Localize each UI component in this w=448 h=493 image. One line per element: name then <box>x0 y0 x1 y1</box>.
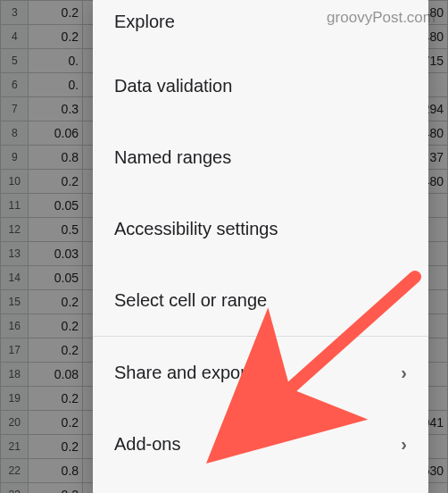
cell: 0.2 <box>29 338 83 363</box>
menu-item-explore[interactable]: Explore <box>93 0 428 50</box>
cell: 0.5 <box>29 218 83 242</box>
cell: 0.06 <box>29 121 83 146</box>
row-header: 23 <box>1 483 29 494</box>
row-header: 5 <box>1 49 29 73</box>
menu-item-label: Add-ons <box>114 434 181 455</box>
row-header: 9 <box>1 146 29 170</box>
menu-item-data-validation[interactable]: Data validation <box>93 50 428 121</box>
row-header: 22 <box>1 459 29 483</box>
row-header: 6 <box>1 73 29 97</box>
cell: 0.2 <box>29 314 83 338</box>
cell: 0.08 <box>29 363 83 387</box>
cell: 0.3 <box>29 97 83 121</box>
row-header: 18 <box>1 363 29 387</box>
row-header: 20 <box>1 411 29 435</box>
row-header: 19 <box>1 387 29 411</box>
menu-item-label: Select cell or range <box>114 290 267 311</box>
menu-item-accessibility-settings[interactable]: Accessibility settings <box>93 193 428 264</box>
cell: 0.2 <box>29 387 83 411</box>
row-header: 21 <box>1 435 29 459</box>
cell: 0.05 <box>29 266 83 290</box>
row-header: 17 <box>1 338 29 363</box>
cell: 0.2 <box>29 25 83 49</box>
cell: 0.2 <box>29 1 83 25</box>
menu-item-named-ranges[interactable]: Named ranges <box>93 121 428 193</box>
menu-item-add-ons[interactable]: Add-ons › <box>93 408 428 480</box>
chevron-right-icon: › <box>401 434 407 455</box>
cell: 0.03 <box>29 242 83 266</box>
menu-item-select-cell-or-range[interactable]: Select cell or range <box>93 264 428 336</box>
menu-item-share-and-export[interactable]: Share and export › <box>93 337 428 408</box>
cell: 0.2 <box>29 170 83 194</box>
row-header: 12 <box>1 218 29 242</box>
cell: 0. <box>29 73 83 97</box>
row-header: 8 <box>1 121 29 146</box>
menu-item-label: Explore <box>114 12 175 32</box>
cell: 0.8 <box>29 459 83 483</box>
overflow-menu-sheet: Explore Data validation Named ranges Acc… <box>93 0 428 493</box>
row-header: 16 <box>1 314 29 338</box>
cell: 0.2 <box>29 411 83 435</box>
row-header: 11 <box>1 194 29 218</box>
row-header: 4 <box>1 25 29 49</box>
row-header: 10 <box>1 170 29 194</box>
app-stage: 30.248040.248050.71560.70.329480.0648090… <box>0 0 448 493</box>
cell: 0.2 <box>29 483 83 494</box>
row-header: 13 <box>1 242 29 266</box>
row-header: 7 <box>1 97 29 121</box>
chevron-right-icon: › <box>401 363 407 383</box>
cell: 0. <box>29 49 83 73</box>
cell: 0.2 <box>29 290 83 314</box>
cell: 0.8 <box>29 146 83 170</box>
menu-item-label: Named ranges <box>114 147 231 168</box>
menu-item-label: Data validation <box>114 76 232 96</box>
row-header: 3 <box>1 1 29 25</box>
cell: 0.05 <box>29 194 83 218</box>
menu-item-label: Share and export <box>114 363 251 383</box>
cell: 0.2 <box>29 435 83 459</box>
menu-item-label: Accessibility settings <box>114 219 278 239</box>
row-header: 14 <box>1 266 29 290</box>
row-header: 15 <box>1 290 29 314</box>
